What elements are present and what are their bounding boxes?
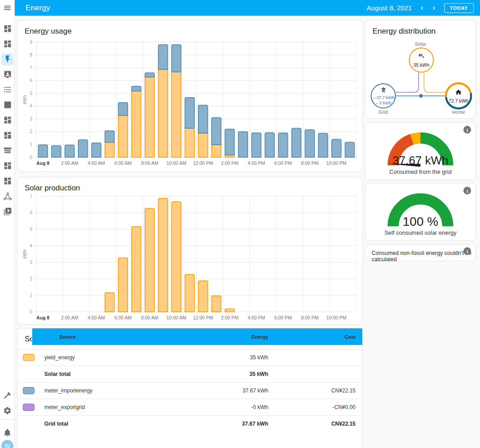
svg-text:0: 0 (30, 155, 32, 160)
table-row: Grid total37.67 kWhCN¥22.15 (17, 415, 362, 432)
info-icon[interactable]: i (463, 247, 471, 255)
svg-text:Aug 8: Aug 8 (36, 315, 49, 320)
info-icon[interactable]: i (463, 126, 471, 134)
non-fossil-note-text: Consumed non-fossil energy couldn’t be c… (372, 250, 476, 263)
sidebar-item-developer-tools[interactable] (0, 388, 15, 402)
sidebar-divider (0, 419, 15, 420)
sidebar-item-dashboard-6[interactable] (0, 173, 15, 189)
svg-text:10:00 AM: 10:00 AM (167, 315, 186, 320)
source-energy: 37.67 kWh (214, 421, 268, 427)
sidebar-item-media[interactable] (0, 204, 15, 219)
svg-text:2: 2 (30, 129, 32, 134)
svg-text:10:00 AM: 10:00 AM (167, 160, 186, 166)
sidebar-item-hacs[interactable]: HACS (0, 143, 15, 158)
view-dashboard-icon (3, 177, 12, 185)
energy-usage-card: Energy usage 0123456789Aug 82:00 AM4:00 … (17, 20, 363, 172)
svg-text:6:00 PM: 6:00 PM (274, 160, 292, 166)
sidebar-item-integrations[interactable] (0, 189, 15, 204)
page-title: Energy (26, 4, 50, 13)
svg-text:4: 4 (30, 243, 32, 248)
grid-consumption-value: 37.67 kWh (365, 154, 476, 168)
sidebar-item-dashboard-1[interactable] (0, 21, 15, 36)
svg-text:8:00 PM: 8:00 PM (301, 315, 318, 320)
svg-text:6:00 AM: 6:00 AM (114, 160, 132, 166)
svg-text:8: 8 (30, 52, 32, 57)
cog-icon (3, 406, 12, 415)
svg-text:5: 5 (30, 91, 32, 96)
source-name: Grid total (44, 421, 214, 427)
svg-text:7: 7 (30, 194, 32, 199)
sidebar-item-dashboard-2[interactable] (0, 36, 15, 52)
solar-node-label: Solar (365, 41, 476, 47)
source-energy: -0 kWh (214, 404, 268, 410)
avatar[interactable]: W (1, 440, 13, 448)
home-node-value: 72.7 kWh (449, 98, 468, 103)
play-box-icon (3, 207, 12, 216)
app-header: Energy August 8, 2021 ‹ › TODAY (15, 0, 480, 16)
view-dashboard-icon (3, 116, 12, 125)
svg-text:1: 1 (30, 293, 32, 298)
svg-text:12:00 PM: 12:00 PM (193, 315, 213, 320)
col-energy: Energy (214, 334, 268, 340)
svg-text:6: 6 (30, 78, 32, 83)
chevron-right-icon[interactable]: › (429, 3, 439, 13)
home-node: 72.7 kWh (446, 83, 471, 108)
sidebar-item-dashboard-4[interactable] (0, 128, 15, 143)
sidebar-item-logbook[interactable] (0, 82, 15, 97)
main-content: Energy usage 0123456789Aug 82:00 AM4:00 … (15, 16, 480, 448)
solar-production-chart[interactable]: 01234567Aug 82:00 AM4:00 AM6:00 AM8:00 A… (17, 177, 363, 325)
self-consumed-gauge-card: 100 % Self consumed solar energy i (365, 183, 476, 241)
hacs-icon: HACS (3, 146, 12, 155)
menu-icon[interactable] (0, 0, 14, 16)
source-name: meter_importenergy (44, 388, 214, 394)
view-dashboard-icon (3, 131, 12, 140)
view-dashboard-icon (3, 39, 12, 48)
solar-production-card: Solar production 01234567Aug 82:00 AM4:0… (17, 177, 363, 325)
table-row: meter_exportgrid-0 kWh-CN¥0.00 (17, 399, 362, 415)
grid-consumption-label: Consumed from the grid (365, 168, 476, 175)
grid-consumption-gauge-card: 37.67 kWh Consumed from the grid i (365, 122, 476, 180)
col-source: Source (59, 334, 214, 340)
info-icon[interactable]: i (463, 187, 471, 194)
sidebar-item-notifications[interactable] (0, 426, 15, 439)
chevron-left-icon[interactable]: ‹ (417, 3, 427, 13)
svg-text:2:00 PM: 2:00 PM (221, 315, 238, 320)
svg-text:3: 3 (30, 116, 32, 121)
svg-text:12:00 PM: 12:00 PM (193, 160, 213, 166)
svg-text:Aug 8: Aug 8 (36, 160, 49, 166)
sidebar-item-dashboard-3[interactable] (0, 112, 15, 128)
sidebar-item-settings[interactable] (0, 404, 15, 417)
source-name: meter_exportgrid (44, 404, 214, 410)
col-cost: Cost (268, 334, 356, 340)
sources-table-header: Source Energy Cost (32, 328, 362, 345)
home-node-label: Home (441, 109, 476, 115)
source-energy: 35 kWh (214, 354, 268, 361)
svg-text:4:00 AM: 4:00 AM (88, 315, 105, 320)
export-swatch (23, 404, 34, 411)
today-button[interactable]: TODAY (444, 3, 474, 13)
sidebar-item-energy[interactable] (0, 52, 15, 67)
view-dashboard-icon (3, 161, 12, 170)
chart-box-icon (3, 100, 12, 109)
svg-text:8:00 AM: 8:00 AM (141, 160, 159, 166)
sources-card: Sources Source Energy Cost yield_energy3… (17, 328, 363, 448)
energy-distribution-card: Energy distribution Solar 35 kWh →37.7 k… (365, 20, 476, 119)
date-label: August 8, 2021 (367, 4, 412, 12)
svg-text:4: 4 (30, 103, 32, 108)
source-cost: CN¥22.15 (268, 421, 356, 427)
vector-triangle-icon (3, 192, 12, 201)
energy-usage-chart[interactable]: 0123456789Aug 82:00 AM4:00 AM6:00 AM8:00… (17, 21, 363, 172)
grid-export-value: ←0 kWh (375, 100, 391, 106)
sidebar-item-dashboard-5[interactable] (0, 158, 15, 173)
svg-text:4:00 PM: 4:00 PM (248, 160, 265, 166)
svg-text:4:00 PM: 4:00 PM (248, 315, 265, 320)
svg-text:2:00 AM: 2:00 AM (61, 315, 78, 320)
sidebar-item-history[interactable] (0, 97, 15, 112)
sidebar-item-devices[interactable] (0, 67, 15, 82)
table-row: meter_importenergy37.67 kWhCN¥22.15 (17, 382, 362, 399)
svg-text:2:00 PM: 2:00 PM (221, 160, 238, 166)
svg-text:9: 9 (30, 40, 32, 45)
svg-text:3: 3 (30, 260, 32, 265)
bell-icon (3, 428, 12, 437)
flash-icon (3, 55, 12, 64)
